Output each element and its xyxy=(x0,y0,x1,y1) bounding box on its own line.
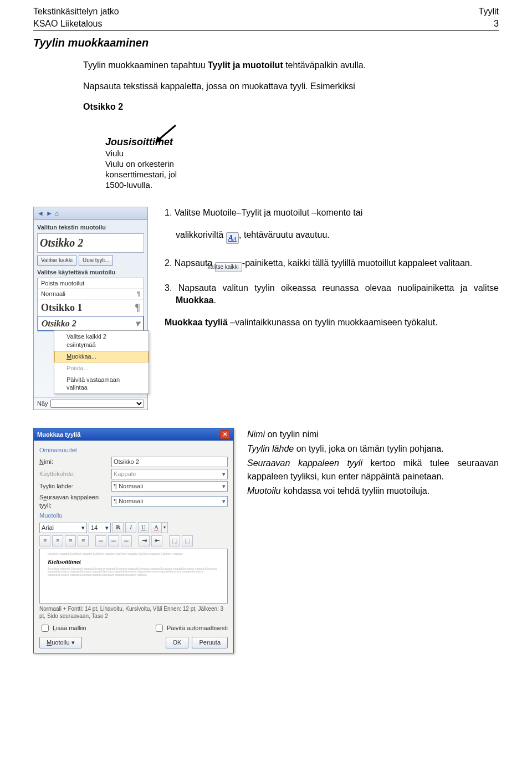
styles-ribbon-icon: AA xyxy=(226,232,239,244)
text: valikkoriviltä xyxy=(176,230,226,239)
lbl-next-para: Seuraavan kappaleen tyyli: xyxy=(39,493,111,510)
step-3: 3. Napsauta valitun tyylin oikeassa reun… xyxy=(165,282,499,306)
italic-button[interactable]: I xyxy=(125,522,136,533)
underline-button[interactable]: U xyxy=(138,522,149,533)
space-before-button[interactable]: ⬚ xyxy=(169,535,180,546)
text: Normaali xyxy=(41,290,65,298)
text: –valintaikkunassa on tyylin muokkaamisee… xyxy=(230,318,437,327)
current-style-box[interactable]: Otsikko 2 xyxy=(37,233,144,253)
new-style-button[interactable]: Uusi tyyli... xyxy=(79,255,113,266)
chevron-down-icon[interactable]: ▾ xyxy=(135,318,140,330)
text: Päivitä automaattisesti xyxy=(167,624,228,632)
text: on tyylin nimi xyxy=(265,430,319,439)
forward-icon[interactable]: ► xyxy=(46,209,53,218)
ctx-update[interactable]: Päivitä vastaamaan valintaa xyxy=(54,374,149,394)
indent-dec-button[interactable]: ⇤ xyxy=(151,535,162,546)
notes-italic: Tyylin lähde xyxy=(247,444,294,453)
pane-footer: Näy xyxy=(34,397,147,410)
text: Poista muotoilut xyxy=(41,279,84,288)
linespace-2-button[interactable]: ═ xyxy=(121,535,132,546)
notes-column: Nimi on tyylin nimi Tyylin lähde on tyyl… xyxy=(247,428,499,499)
align-right-button[interactable]: ≡ xyxy=(65,535,76,546)
header-right-2: 3 xyxy=(479,18,499,30)
home-icon[interactable]: ⌂ xyxy=(55,209,59,218)
style-item-h2[interactable]: Otsikko 2▾ xyxy=(38,316,144,331)
select-all-button[interactable]: Valitse kaikki xyxy=(37,255,76,266)
font-color-button[interactable]: A▾ xyxy=(151,522,168,533)
add-to-template-check[interactable]: Lisää malliin xyxy=(39,623,86,633)
align-justify-button[interactable]: ≡ xyxy=(78,535,89,546)
align-left-button[interactable]: ≡ xyxy=(39,535,50,546)
ctx-select-instances[interactable]: Valitse kaikki 2 esiintymää xyxy=(54,331,149,351)
steps-column: 1. Valitse Muotoile–Tyylit ja muotoilut … xyxy=(165,207,499,337)
close-icon[interactable]: ✕ xyxy=(220,430,230,439)
align-center-button[interactable]: ≡ xyxy=(52,535,63,546)
linespace-15-button[interactable]: ═ xyxy=(108,535,119,546)
text: Arial xyxy=(42,524,54,532)
ctx-delete: Poista... xyxy=(54,362,149,374)
style-item-normal[interactable]: Normaali¶ xyxy=(38,288,144,299)
header-left-2: KSAO Liiketalous xyxy=(33,18,119,30)
text-bold: Otsikko 2 xyxy=(83,102,123,111)
pane-label-pick: Valitse käytettävä muotoilu xyxy=(37,268,144,277)
pane-show-select[interactable] xyxy=(50,400,144,408)
step-final: Muokkaa tyyliä –valintaikkunassa on tyyl… xyxy=(165,316,499,329)
size-select[interactable]: 14▾ xyxy=(89,523,111,533)
text: . xyxy=(213,295,216,305)
chevron-down-icon[interactable]: ▾ xyxy=(81,524,85,532)
name-field[interactable]: Otsikko 2 xyxy=(111,457,228,467)
style-item-h1[interactable]: Otsikko 1¶ xyxy=(38,299,144,315)
step-2: 2. Napsauta Valitse kaikki-painiketta, k… xyxy=(165,257,499,272)
bold-button[interactable]: B xyxy=(112,522,124,533)
chevron-down-icon[interactable]: ▾ xyxy=(222,497,226,505)
chevron-down-icon[interactable]: ▾ xyxy=(161,522,168,533)
lbl-based-on: Tyylin lähde: xyxy=(39,482,111,490)
lbl-type: Käyttökohde: xyxy=(39,470,111,478)
text: Normaali xyxy=(119,483,143,489)
font-select[interactable]: Arial▾ xyxy=(39,523,87,533)
modify-style-dialog: Muokkaa tyyliä ✕ Ominaisuudet Nimi: Otsi… xyxy=(33,428,234,653)
section-title: Tyylin muokkaaminen xyxy=(33,35,499,50)
linespace-1-button[interactable]: ═ xyxy=(95,535,106,546)
text-bold: Muokkaa tyyliä xyxy=(165,318,230,327)
dialog-titlebar[interactable]: Muokkaa tyyliä ✕ xyxy=(34,428,233,441)
ok-button[interactable]: OK xyxy=(166,637,189,648)
indent-inc-button[interactable]: ⇥ xyxy=(139,535,150,546)
next-para-select[interactable]: ¶Normaali▾ xyxy=(111,496,228,507)
back-icon[interactable]: ◄ xyxy=(37,209,44,218)
lbl-name: Nimi: xyxy=(39,458,111,466)
space-after-button[interactable]: ⬚ xyxy=(182,535,193,546)
checkbox[interactable] xyxy=(156,625,163,632)
text: Otsikko 1 xyxy=(41,301,83,314)
style-item-clear[interactable]: Poista muotoilut xyxy=(38,278,144,289)
pane-label-selected: Valitun tekstin muotoilu xyxy=(37,223,144,232)
ctx-modify[interactable]: Muokkaa... xyxy=(54,351,149,362)
header-left-1: Tekstinkäsittelyn jatko xyxy=(33,6,119,18)
text: Tyylin muokkaaminen tapahtuu xyxy=(83,60,208,70)
preview-heading: Kielisoittimet xyxy=(48,558,219,566)
text: , tehtäväruutu avautuu. xyxy=(239,230,330,239)
format-button[interactable]: Muotoilu ▾ xyxy=(39,637,82,648)
svg-line-0 xyxy=(157,125,176,141)
text: 14 xyxy=(91,524,98,532)
task-pane-nav[interactable]: ◄ ► ⌂ xyxy=(34,207,147,220)
text: on tyyli, joka on tämän tyylin pohjana. xyxy=(294,444,443,453)
checkbox[interactable] xyxy=(42,625,49,632)
sample-body: Viulu Viulu on orkesterin konserttimesta… xyxy=(105,149,227,190)
based-on-select[interactable]: ¶Normaali▾ xyxy=(111,481,228,492)
group-formatting: Muotoilu xyxy=(39,512,228,520)
header-rule xyxy=(33,30,499,31)
text-bold: Tyylit ja muotoilut xyxy=(208,60,283,70)
chevron-down-icon[interactable]: ▾ xyxy=(222,482,226,490)
style-list: Poista muotoilut Normaali¶ Otsikko 1¶ Ot… xyxy=(37,278,144,332)
header-right-1: Tyylit xyxy=(479,6,499,18)
intro-para-1: Tyylin muokkaaminen tapahtuu Tyylit ja m… xyxy=(83,59,482,71)
step-1-line-2: valikkoriviltä AA, tehtäväruutu avautuu. xyxy=(176,229,499,244)
arrow-icon xyxy=(151,122,178,144)
style-preview: Edellinen kappale Edellinen kappale Edel… xyxy=(39,549,228,604)
chevron-down-icon[interactable]: ▾ xyxy=(105,524,109,532)
cancel-button[interactable]: Peruuta xyxy=(192,637,228,648)
auto-update-check[interactable]: Päivitä automaattisesti xyxy=(154,623,228,633)
notes-italic: Nimi xyxy=(247,430,265,439)
text: Kappale xyxy=(114,470,136,478)
